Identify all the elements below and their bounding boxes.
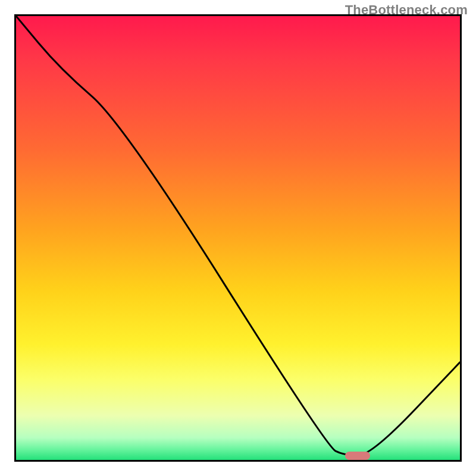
optimal-marker-pill bbox=[345, 452, 370, 460]
plot-area bbox=[14, 14, 462, 462]
bottleneck-curve bbox=[16, 16, 460, 460]
